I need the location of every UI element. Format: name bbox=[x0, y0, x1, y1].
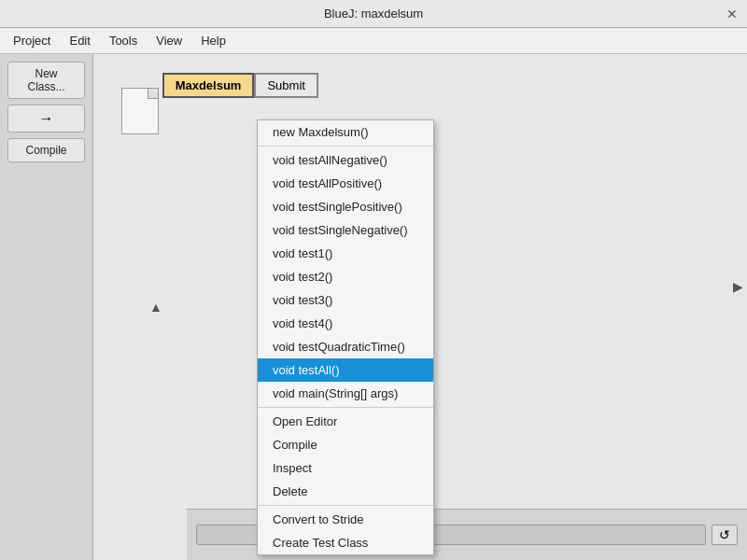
class-submit-box[interactable]: Submit bbox=[254, 73, 317, 98]
class-file-icon bbox=[121, 88, 159, 134]
context-menu-item-5[interactable]: void testSingleNegative() bbox=[258, 218, 433, 242]
close-button[interactable]: ✕ bbox=[726, 7, 738, 21]
class-diagram: Maxdelsum Submit bbox=[162, 73, 318, 98]
context-menu-item-20[interactable]: Create Test Class bbox=[258, 531, 433, 554]
context-menu-item-17[interactable]: Delete bbox=[258, 480, 433, 503]
context-menu-item-7[interactable]: void test2() bbox=[258, 265, 433, 288]
menu-item-view[interactable]: View bbox=[147, 31, 191, 50]
arrow-icon: → bbox=[39, 110, 54, 127]
context-menu: new Maxdelsum()void testAllNegative()voi… bbox=[257, 119, 434, 555]
context-menu-item-2[interactable]: void testAllNegative() bbox=[258, 148, 433, 172]
window-title: BlueJ: maxdelsum bbox=[324, 7, 423, 21]
context-menu-item-4[interactable]: void testSinglePositive() bbox=[258, 195, 433, 218]
context-menu-divider-13 bbox=[258, 407, 433, 408]
menu-item-project[interactable]: Project bbox=[4, 31, 60, 50]
context-menu-divider-1 bbox=[258, 146, 433, 147]
context-menu-item-19[interactable]: Convert to Stride bbox=[258, 508, 433, 531]
context-menu-item-10[interactable]: void testQuadraticTime() bbox=[258, 335, 433, 358]
class-name-box[interactable]: Maxdelsum bbox=[162, 73, 255, 98]
context-menu-item-12[interactable]: void main(String[] args) bbox=[258, 382, 433, 405]
title-bar: BlueJ: maxdelsum ✕ bbox=[0, 0, 747, 28]
context-menu-item-14[interactable]: Open Editor bbox=[258, 410, 433, 433]
menu-item-help[interactable]: Help bbox=[191, 31, 235, 50]
context-menu-item-9[interactable]: void test4() bbox=[258, 312, 433, 335]
context-menu-item-11[interactable]: void testAll() bbox=[258, 358, 433, 382]
new-class-button[interactable]: New Class... bbox=[7, 62, 85, 99]
context-menu-item-15[interactable]: Compile bbox=[258, 433, 433, 456]
compile-button[interactable]: Compile bbox=[7, 138, 85, 162]
context-menu-item-8[interactable]: void test3() bbox=[258, 288, 433, 312]
canvas-area: ▲ ▶ Maxdelsum Submit new Maxdelsum()void… bbox=[93, 54, 747, 560]
refresh-icon: ↺ bbox=[719, 527, 730, 542]
arrow-button[interactable]: → bbox=[7, 105, 85, 133]
context-menu-item-3[interactable]: void testAllPositive() bbox=[258, 172, 433, 195]
scroll-up-button[interactable]: ▲ bbox=[149, 300, 162, 315]
context-menu-item-0[interactable]: new Maxdelsum() bbox=[258, 120, 433, 144]
menu-item-tools[interactable]: Tools bbox=[100, 31, 147, 50]
menu-item-edit[interactable]: Edit bbox=[60, 31, 99, 50]
main-container: New Class... → Compile ▲ ▶ Maxdelsum Sub… bbox=[0, 54, 747, 560]
context-menu-divider-18 bbox=[258, 505, 433, 506]
sidebar: New Class... → Compile bbox=[0, 54, 93, 560]
scroll-right-button[interactable]: ▶ bbox=[733, 279, 743, 294]
menu-bar: ProjectEditToolsViewHelp bbox=[0, 28, 747, 54]
refresh-button[interactable]: ↺ bbox=[712, 525, 738, 545]
context-menu-item-6[interactable]: void test1() bbox=[258, 242, 433, 265]
context-menu-item-16[interactable]: Inspect bbox=[258, 456, 433, 480]
class-header: Maxdelsum Submit bbox=[162, 73, 318, 98]
